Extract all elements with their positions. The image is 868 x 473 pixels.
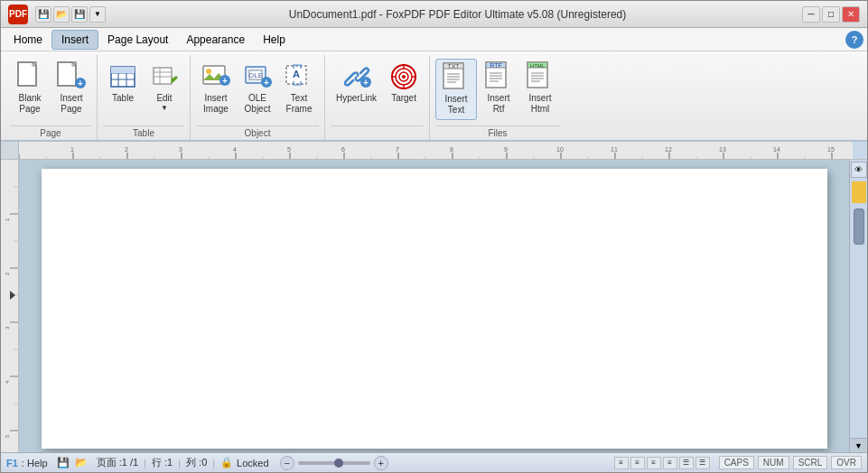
ribbon-links-buttons: + HyperLink	[331, 55, 424, 125]
svg-text:4: 4	[5, 380, 10, 384]
status-sep3: |	[212, 458, 215, 468]
svg-text:HTML: HTML	[530, 63, 546, 69]
menu-appearance[interactable]: Appearance	[177, 31, 254, 49]
insert-page-button[interactable]: + InsertPage	[51, 59, 91, 118]
target-label: Target	[391, 93, 416, 104]
right-panel: 👁 ▼	[849, 160, 867, 452]
ribbon-files-buttons: TXT InsertText RTF	[435, 55, 560, 125]
svg-text:TXT: TXT	[447, 63, 460, 70]
align-center-button[interactable]: ≡	[630, 457, 645, 469]
indent-button[interactable]: ☰	[679, 457, 694, 469]
links-group-label	[331, 125, 424, 140]
ole-object-button[interactable]: OLE + OLEObject	[238, 59, 277, 118]
align-right-button[interactable]: ≡	[647, 457, 661, 469]
zoom-thumb[interactable]	[334, 459, 343, 468]
insert-rtf-icon: RTF	[484, 62, 513, 91]
hyperlink-label: HyperLink	[336, 93, 377, 104]
locked-label: Locked	[237, 458, 268, 468]
svg-rect-16	[154, 68, 172, 84]
title-bar: PDF 💾 📂 💾 ▼ UnDocument1.pdf - FoxPDF PDF…	[1, 1, 867, 28]
app-logo: PDF	[8, 5, 28, 24]
svg-text:A: A	[293, 69, 300, 79]
insert-page-icon: +	[57, 62, 86, 91]
ribbon-object-buttons: + InsertImage OLE +	[196, 55, 319, 125]
edit-button[interactable]: Edit▼	[145, 59, 184, 116]
table-group-label: Table	[103, 125, 184, 140]
svg-point-23	[206, 69, 211, 74]
hyperlink-button[interactable]: + HyperLink	[331, 59, 382, 107]
target-button[interactable]: Target	[384, 59, 424, 107]
insert-image-label: InsertImage	[203, 93, 229, 115]
close-button[interactable]: ✕	[842, 6, 860, 23]
text-frame-button[interactable]: A TextFrame	[279, 59, 319, 118]
ole-object-label: OLEObject	[245, 93, 271, 115]
menu-page-layout[interactable]: Page Layout	[98, 31, 177, 49]
menu-help[interactable]: Help	[254, 31, 294, 49]
svg-text:5: 5	[5, 434, 10, 438]
open-status-icon: 📂	[75, 457, 88, 468]
svg-text:+: +	[222, 76, 228, 86]
page-canvas	[42, 169, 827, 449]
svg-text:15: 15	[827, 146, 835, 153]
ribbon-page-buttons: BlankPage + InsertPage	[10, 55, 91, 125]
vertical-ruler: 1 2 3 4 5	[1, 160, 19, 452]
save2-icon[interactable]: 💾	[71, 6, 88, 23]
help-icon[interactable]: ?	[845, 31, 863, 49]
svg-text:11: 11	[611, 146, 618, 153]
ribbon: BlankPage + InsertPage	[1, 51, 867, 142]
edit-icon	[150, 62, 179, 91]
ribbon-group-page: BlankPage + InsertPage	[5, 55, 98, 140]
svg-text:+: +	[264, 78, 269, 88]
app-window: PDF 💾 📂 💾 ▼ UnDocument1.pdf - FoxPDF PDF…	[0, 0, 868, 473]
svg-text:4: 4	[233, 146, 237, 153]
page-group-label: Page	[10, 125, 91, 140]
save-icon[interactable]: 💾	[35, 6, 51, 23]
window-controls: ─ □ ✕	[802, 6, 860, 23]
scroll-down-button[interactable]: ▼	[850, 438, 867, 452]
menu-home[interactable]: Home	[5, 31, 51, 49]
insert-image-button[interactable]: + InsertImage	[196, 59, 236, 118]
num-indicator: NUM	[758, 456, 789, 469]
insert-image-icon: +	[201, 62, 230, 91]
svg-text:3: 3	[179, 146, 182, 153]
minimize-button[interactable]: ─	[802, 6, 820, 23]
status-bar: F1 : Help 💾 📂 页面 :1 /1 | 行 :1 | 列 :0 | 🔒…	[1, 452, 867, 472]
svg-text:1: 1	[70, 146, 74, 153]
blank-page-label: BlankPage	[18, 93, 41, 115]
menu-insert[interactable]: Insert	[51, 30, 98, 50]
ribbon-table-buttons: Table Edit▼	[103, 55, 184, 125]
title-bar-icons: 💾 📂 💾 ▼	[35, 6, 106, 23]
insert-text-label: InsertText	[445, 94, 468, 116]
blank-page-button[interactable]: BlankPage	[10, 59, 50, 118]
insert-text-icon: TXT	[442, 63, 471, 92]
ribbon-group-links: + HyperLink	[325, 55, 430, 140]
align-left-button[interactable]: ≡	[614, 457, 629, 469]
zoom-out-button[interactable]: −	[280, 456, 294, 470]
scroll-area	[850, 205, 867, 438]
svg-text:3: 3	[5, 326, 10, 329]
view-toggle-button[interactable]: 👁	[851, 162, 867, 178]
svg-text:OLE: OLE	[248, 71, 263, 79]
outdent-button[interactable]: ☰	[695, 457, 710, 469]
svg-point-38	[402, 75, 406, 79]
open-icon[interactable]: 📂	[53, 6, 70, 23]
svg-rect-15	[111, 67, 135, 73]
svg-text:+: +	[78, 79, 83, 88]
more-icon[interactable]: ▼	[89, 6, 106, 23]
caps-indicator: CAPS	[719, 456, 754, 469]
scroll-thumb[interactable]	[854, 209, 864, 245]
svg-text:8: 8	[450, 146, 453, 153]
text-frame-icon: A	[285, 62, 313, 91]
svg-text:9: 9	[504, 146, 508, 153]
justify-button[interactable]: ≡	[663, 457, 677, 469]
zoom-slider[interactable]	[298, 461, 370, 465]
maximize-button[interactable]: □	[822, 6, 840, 23]
table-button[interactable]: Table	[103, 59, 143, 107]
zoom-in-button[interactable]: +	[374, 456, 388, 470]
edit-label: Edit▼	[156, 93, 172, 113]
insert-rtf-button[interactable]: RTF InsertRtf	[479, 59, 518, 118]
bookmark-tag	[852, 181, 866, 203]
insert-text-button[interactable]: TXT InsertText	[435, 59, 477, 120]
svg-text:2: 2	[5, 272, 10, 275]
insert-html-button[interactable]: HTML InsertHtml	[520, 59, 560, 118]
